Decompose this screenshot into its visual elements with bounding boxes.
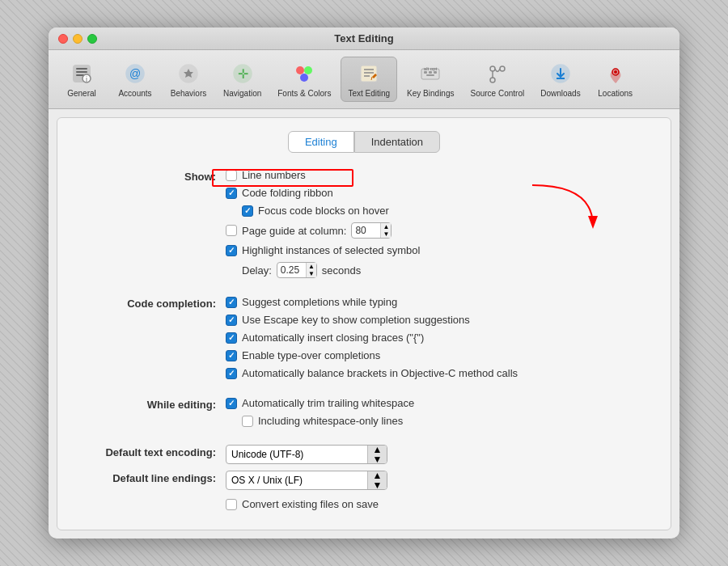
tab-editing[interactable]: Editing	[288, 131, 354, 153]
toolbar: i General @ Accounts Behavior	[49, 50, 679, 109]
type-over-checkbox[interactable]	[226, 350, 237, 361]
delay-input[interactable]: 0.25 ▲ ▼	[277, 262, 317, 278]
delay-suffix: seconds	[322, 264, 361, 277]
locations-icon	[603, 61, 629, 87]
close-button[interactable]	[58, 34, 68, 44]
show-controls: Line numbers Code folding ribbon Focus c…	[226, 169, 420, 278]
highlight-row: Highlight instances of selected symbol	[226, 244, 420, 256]
fonts-colors-label: Fonts & Colors	[277, 89, 331, 98]
svg-rect-1	[76, 68, 87, 70]
convert-files-checkbox-row: Convert existing files on save	[226, 498, 379, 510]
svg-point-13	[300, 74, 308, 82]
code-folding-row: Code folding ribbon	[226, 187, 420, 199]
whitespace-only-row: Including whitespace-only lines	[242, 415, 414, 427]
whitespace-only-label: Including whitespace-only lines	[258, 415, 403, 427]
toolbar-item-behaviors[interactable]: Behaviors	[163, 57, 214, 101]
source-control-label: Source Control	[470, 89, 524, 98]
svg-rect-21	[429, 71, 432, 74]
accounts-icon: @	[122, 61, 148, 87]
convert-files-checkbox[interactable]	[226, 499, 237, 510]
tab-indentation[interactable]: Indentation	[354, 131, 440, 153]
delay-up[interactable]: ▲	[307, 263, 316, 270]
line-endings-arrow[interactable]: ▲ ▼	[367, 471, 387, 489]
suggest-completions-checkbox[interactable]	[226, 297, 237, 308]
toolbar-item-navigation[interactable]: ✛ Navigation	[217, 57, 268, 101]
accounts-label: Accounts	[118, 89, 151, 98]
general-label: General	[67, 89, 96, 98]
svg-point-32	[614, 70, 617, 74]
line-endings-label: Default line endings:	[87, 471, 216, 484]
line-endings-select[interactable]: OS X / Unix (LF) ▲ ▼	[226, 471, 387, 490]
tab-bar: Editing Indentation	[70, 131, 658, 153]
key-bindings-icon: alt opt	[417, 61, 443, 87]
trim-whitespace-checkbox[interactable]	[226, 398, 237, 409]
line-numbers-label: Line numbers	[242, 169, 306, 181]
key-bindings-label: Key Bindings	[407, 89, 454, 98]
closing-braces-row: Automatically insert closing braces ("{"…	[226, 332, 518, 344]
page-guide-label: Page guide at column:	[242, 225, 346, 237]
maximize-button[interactable]	[87, 34, 97, 44]
trim-whitespace-row: Automatically trim trailing whitespace	[226, 397, 414, 409]
traffic-lights	[58, 34, 97, 44]
page-guide-up[interactable]: ▲	[381, 223, 391, 230]
delay-stepper[interactable]: ▲ ▼	[306, 263, 316, 277]
page-guide-input[interactable]: 80 ▲ ▼	[351, 222, 392, 239]
delay-down[interactable]: ▼	[307, 270, 316, 277]
code-folding-checkbox[interactable]	[226, 188, 237, 199]
svg-text:✛: ✛	[237, 67, 248, 81]
svg-point-12	[304, 66, 312, 74]
downloads-label: Downloads	[540, 89, 580, 98]
convert-files-empty-label	[87, 498, 216, 500]
content-area: Editing Indentation Show: Line numbers	[57, 117, 671, 530]
behaviors-icon	[176, 61, 201, 87]
svg-point-25	[490, 66, 495, 71]
focus-code-blocks-checkbox[interactable]	[242, 205, 253, 217]
toolbar-item-key-bindings[interactable]: alt opt Key Bindings	[400, 57, 460, 101]
page-guide-down[interactable]: ▼	[381, 230, 391, 238]
show-row: Show: Line numbers Code folding ribbon	[87, 169, 641, 278]
encoding-label: Default text encoding:	[87, 445, 216, 458]
toolbar-item-accounts[interactable]: @ Accounts	[110, 57, 160, 101]
behaviors-label: Behaviors	[171, 89, 206, 98]
balance-brackets-row: Automatically balance brackets in Object…	[226, 367, 518, 379]
delay-value: 0.25	[277, 264, 306, 276]
toolbar-item-locations[interactable]: Locations	[590, 57, 641, 101]
text-editing-icon	[356, 61, 382, 87]
balance-brackets-checkbox[interactable]	[226, 368, 237, 379]
svg-rect-23	[426, 74, 434, 76]
locations-label: Locations	[598, 89, 633, 98]
page-guide-checkbox[interactable]	[226, 225, 237, 236]
focus-code-blocks-row: Focus code blocks on hover	[242, 205, 420, 217]
page-guide-value: 80	[352, 225, 380, 236]
general-icon: i	[69, 61, 95, 87]
svg-point-11	[296, 66, 304, 74]
minimize-button[interactable]	[73, 34, 83, 44]
source-control-icon	[485, 61, 510, 87]
whitespace-only-checkbox[interactable]	[242, 416, 253, 427]
toolbar-item-fonts-colors[interactable]: Fonts & Colors	[271, 57, 337, 101]
type-over-row: Enable type-over completions	[226, 349, 518, 361]
convert-files-row: Convert existing files on save	[87, 498, 641, 510]
downloads-icon	[548, 61, 574, 87]
line-numbers-checkbox[interactable]	[226, 170, 237, 181]
page-guide-stepper[interactable]: ▲ ▼	[380, 223, 391, 238]
toolbar-item-general[interactable]: i General	[57, 57, 107, 101]
while-editing-label: While editing:	[87, 397, 216, 411]
closing-braces-checkbox[interactable]	[226, 332, 237, 344]
encoding-select[interactable]: Unicode (UTF-8) ▲ ▼	[226, 445, 387, 464]
svg-rect-14	[361, 65, 377, 82]
closing-braces-label: Automatically insert closing braces ("{"…	[242, 332, 424, 344]
while-editing-row: While editing: Automatically trim traili…	[87, 397, 641, 427]
while-editing-controls: Automatically trim trailing whitespace I…	[226, 397, 414, 427]
highlight-label: Highlight instances of selected symbol	[242, 244, 420, 256]
escape-key-checkbox[interactable]	[226, 315, 237, 326]
code-completion-controls: Suggest completions while typing Use Esc…	[226, 296, 518, 379]
svg-text:i: i	[86, 75, 87, 83]
toolbar-item-text-editing[interactable]: Text Editing	[341, 57, 397, 102]
toolbar-item-downloads[interactable]: Downloads	[534, 57, 586, 101]
toolbar-item-source-control[interactable]: Source Control	[463, 57, 531, 101]
highlight-checkbox[interactable]	[226, 245, 237, 256]
svg-rect-2	[76, 71, 87, 73]
svg-point-27	[490, 78, 495, 82]
encoding-arrow[interactable]: ▲ ▼	[367, 446, 387, 463]
